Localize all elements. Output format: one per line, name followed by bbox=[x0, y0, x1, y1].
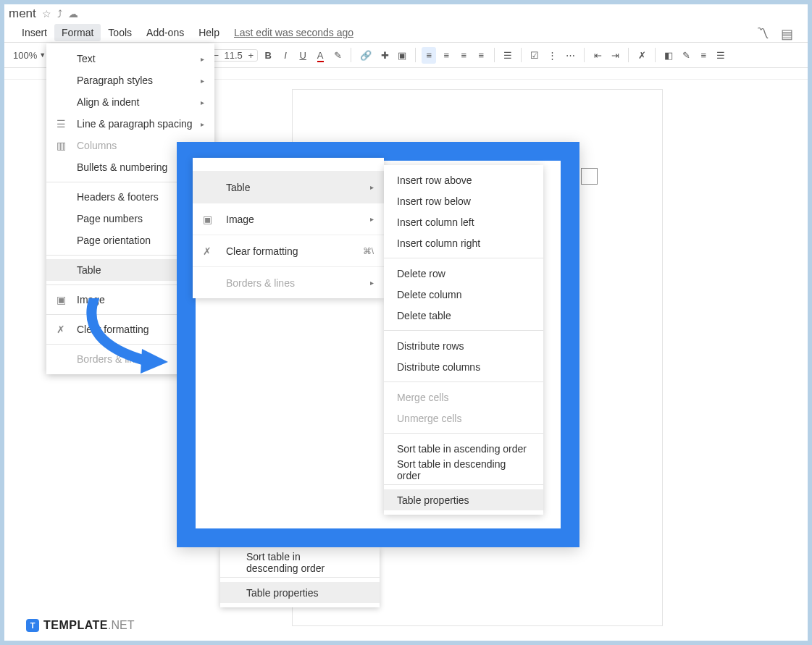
behind-table-props[interactable]: Table properties bbox=[220, 582, 380, 603]
behind-sort-desc[interactable]: Sort table in descending order bbox=[220, 552, 380, 573]
spacing-icon: ☰ bbox=[56, 118, 66, 130]
chevron-right-icon: ▸ bbox=[201, 77, 204, 85]
clear-icon: ✗ bbox=[56, 324, 65, 335]
top-right-icons: 〽 ▤ bbox=[756, 26, 793, 42]
table-submenu: Insert row above Insert row below Insert… bbox=[384, 165, 543, 515]
indent-button[interactable]: ⇥ bbox=[608, 47, 622, 64]
align-justify-button[interactable]: ≡ bbox=[474, 47, 488, 64]
fontsize-plus[interactable]: + bbox=[244, 50, 257, 61]
format-paragraph[interactable]: Paragraph styles▸ bbox=[46, 69, 214, 91]
format-align[interactable]: Align & indent▸ bbox=[46, 91, 214, 113]
insert-row-below[interactable]: Insert row below bbox=[384, 190, 543, 211]
border-width-button[interactable]: ☰ bbox=[713, 47, 728, 64]
clear-icon: ✗ bbox=[203, 245, 212, 257]
fontsize-stepper[interactable]: − 11.5 + bbox=[209, 49, 258, 62]
bold-button[interactable]: B bbox=[261, 47, 275, 64]
border-color-button[interactable]: ✎ bbox=[679, 47, 693, 64]
line-spacing-button[interactable]: ☰ bbox=[501, 47, 515, 64]
underline-button[interactable]: U bbox=[296, 47, 310, 64]
chevron-right-icon: ▸ bbox=[370, 183, 374, 191]
callout-clear[interactable]: ✗Clear formatting⌘\ bbox=[193, 235, 384, 266]
delete-col[interactable]: Delete column bbox=[384, 284, 543, 305]
menu-tools[interactable]: Tools bbox=[101, 24, 139, 41]
watermark-brand: TEMPLATE bbox=[43, 619, 108, 632]
table-properties[interactable]: Table properties bbox=[384, 489, 543, 510]
shortcut-label: ⌘\ bbox=[363, 246, 374, 256]
trending-icon[interactable]: 〽 bbox=[756, 26, 769, 42]
menu-help[interactable]: Help bbox=[191, 24, 227, 41]
distribute-rows[interactable]: Distribute rows bbox=[384, 335, 543, 356]
link-button[interactable]: 🔗 bbox=[357, 47, 374, 64]
align-left-button[interactable]: ≡ bbox=[422, 47, 436, 64]
last-edit-link[interactable]: Last edit was seconds ago bbox=[234, 27, 353, 38]
align-center-button[interactable]: ≡ bbox=[439, 47, 453, 64]
chevron-right-icon: ▸ bbox=[370, 279, 374, 287]
behind-submenu: Sort table in descending order Table pro… bbox=[220, 547, 380, 607]
bullet-list-button[interactable]: ⋮ bbox=[545, 47, 560, 64]
menu-insert[interactable]: Insert bbox=[14, 24, 54, 41]
callout-arrow-icon bbox=[72, 298, 174, 378]
align-right-button[interactable]: ≡ bbox=[456, 47, 471, 64]
comment-icon[interactable]: ▤ bbox=[781, 26, 793, 42]
merge-cells: Merge cells bbox=[384, 387, 543, 408]
zoom-select[interactable]: 100%▼ bbox=[10, 47, 49, 64]
titlebar: ment ☆ ⤴ ☁ bbox=[4, 4, 808, 23]
fontsize-value[interactable]: 11.5 bbox=[222, 50, 244, 61]
template-logo-icon: T bbox=[26, 619, 39, 632]
unmerge-cells: Unmerge cells bbox=[384, 408, 543, 429]
callout-highlight: Table▸ ▣Image▸ ✗Clear formatting⌘\ Borde… bbox=[177, 142, 579, 547]
move-icon[interactable]: ⤴ bbox=[57, 8, 62, 20]
doc-title[interactable]: ment bbox=[9, 7, 36, 21]
comment-button[interactable]: ✚ bbox=[377, 47, 392, 64]
text-color-button[interactable]: A bbox=[313, 47, 327, 64]
border-style-button[interactable]: ≡ bbox=[696, 47, 711, 64]
callout-image[interactable]: ▣Image▸ bbox=[193, 203, 384, 235]
chevron-right-icon: ▸ bbox=[201, 98, 204, 106]
callout-borders: Borders & lines▸ bbox=[193, 266, 384, 298]
insert-col-right[interactable]: Insert column right bbox=[384, 232, 543, 253]
checklist-button[interactable]: ☑ bbox=[527, 47, 542, 64]
watermark-suffix: .NET bbox=[108, 619, 134, 632]
insert-col-left[interactable]: Insert column left bbox=[384, 211, 543, 232]
chevron-right-icon: ▸ bbox=[201, 120, 204, 128]
fill-color-button[interactable]: ◧ bbox=[661, 47, 676, 64]
image-icon: ▣ bbox=[203, 214, 212, 225]
italic-button[interactable]: I bbox=[278, 47, 293, 64]
sort-asc[interactable]: Sort table in ascending order bbox=[384, 438, 543, 459]
menu-format[interactable]: Format bbox=[54, 24, 101, 41]
svg-marker-0 bbox=[141, 349, 168, 374]
image-icon: ▣ bbox=[56, 294, 66, 305]
delete-row[interactable]: Delete row bbox=[384, 263, 543, 284]
callout-format-menu: Table▸ ▣Image▸ ✗Clear formatting⌘\ Borde… bbox=[193, 158, 384, 298]
app-window: ment ☆ ⤴ ☁ 〽 ▤ Insert Format Tools Add-o… bbox=[4, 4, 808, 641]
columns-icon: ▥ bbox=[56, 140, 66, 151]
chevron-right-icon: ▸ bbox=[201, 55, 204, 63]
delete-table[interactable]: Delete table bbox=[384, 305, 543, 326]
number-list-button[interactable]: ⋯ bbox=[563, 47, 578, 64]
table-cell-preview bbox=[581, 168, 598, 185]
clear-format-button[interactable]: ✗ bbox=[635, 47, 649, 64]
insert-row-above[interactable]: Insert row above bbox=[384, 169, 543, 190]
sort-desc[interactable]: Sort table in descending order bbox=[384, 459, 543, 480]
watermark: T TEMPLATE.NET bbox=[26, 619, 134, 632]
zoom-value: 100% bbox=[13, 50, 37, 61]
callout-table[interactable]: Table▸ bbox=[193, 171, 384, 203]
menu-addons[interactable]: Add-ons bbox=[139, 24, 191, 41]
star-icon[interactable]: ☆ bbox=[42, 8, 51, 20]
menubar: Insert Format Tools Add-ons Help Last ed… bbox=[4, 23, 808, 42]
cloud-icon[interactable]: ☁ bbox=[68, 8, 78, 20]
chevron-right-icon: ▸ bbox=[370, 215, 374, 223]
image-button[interactable]: ▣ bbox=[395, 47, 409, 64]
highlight-button[interactable]: ✎ bbox=[330, 47, 345, 64]
format-spacing[interactable]: ☰Line & paragraph spacing▸ bbox=[46, 113, 214, 135]
format-text[interactable]: Text▸ bbox=[46, 48, 214, 69]
outdent-button[interactable]: ⇤ bbox=[590, 47, 605, 64]
distribute-cols[interactable]: Distribute columns bbox=[384, 356, 543, 377]
